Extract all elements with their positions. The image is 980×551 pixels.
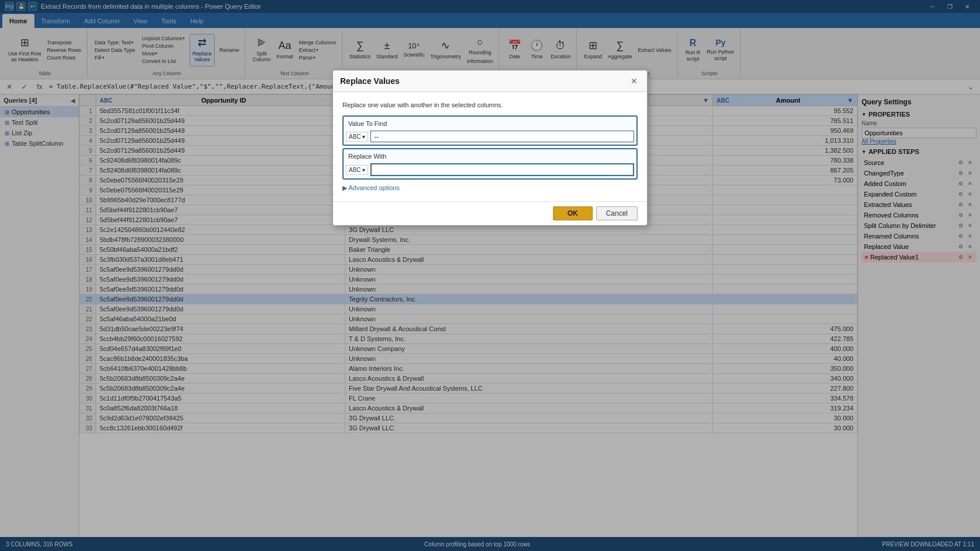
replace-with-type[interactable]: ABC ▾: [346, 165, 368, 175]
value-to-find-label: Value To Find: [346, 119, 634, 128]
value-to-find-group: Value To Find ABC ▾: [342, 115, 638, 146]
replace-with-row: ABC ▾: [346, 163, 634, 176]
value-to-find-type[interactable]: ABC ▾: [346, 132, 368, 142]
modal-overlay: Replace Values ✕ Replace one value with …: [0, 0, 980, 551]
modal-description: Replace one value with another in the se…: [342, 101, 638, 108]
type-arrow-icon: ▾: [362, 134, 365, 140]
replace-with-group: Replace With ABC ▾: [342, 148, 638, 180]
modal-title-bar: Replace Values ✕: [333, 71, 647, 92]
modal-footer: OK Cancel: [333, 201, 647, 225]
replace-with-label: Replace With: [346, 152, 634, 161]
ok-button[interactable]: OK: [553, 206, 593, 220]
cancel-button[interactable]: Cancel: [596, 206, 638, 220]
value-to-find-row: ABC ▾: [346, 131, 634, 142]
value-to-find-input[interactable]: [370, 131, 634, 142]
modal-body: Replace one value with another in the se…: [333, 92, 647, 201]
modal-title: Replace Values: [340, 76, 400, 86]
replace-type-arrow-icon: ▾: [362, 167, 365, 173]
modal-close-btn[interactable]: ✕: [628, 75, 640, 87]
replace-with-input[interactable]: [370, 163, 634, 176]
advanced-options-toggle[interactable]: ▶ Advanced options: [342, 184, 638, 192]
replace-values-modal: Replace Values ✕ Replace one value with …: [332, 70, 648, 226]
